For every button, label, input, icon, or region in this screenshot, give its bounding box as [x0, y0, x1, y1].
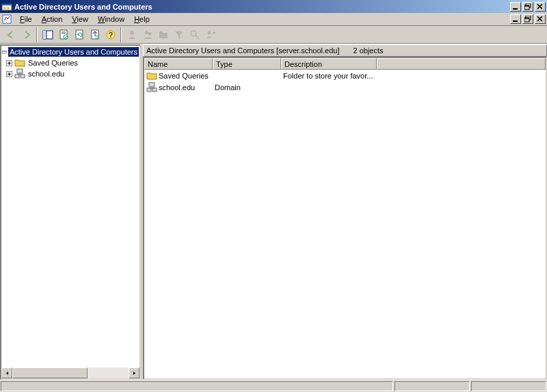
back-button[interactable] — [3, 27, 18, 42]
svg-point-25 — [130, 31, 134, 35]
expand-icon[interactable] — [6, 71, 12, 77]
folder-icon — [14, 57, 25, 68]
new-ou-button[interactable] — [155, 27, 171, 42]
filter-button[interactable] — [171, 27, 187, 42]
restore-button[interactable] — [522, 2, 533, 12]
svg-point-35 — [3, 52, 4, 53]
scroll-track[interactable] — [12, 367, 129, 378]
svg-rect-43 — [147, 88, 151, 92]
minimize-button[interactable] — [510, 2, 521, 12]
mmc-icon — [1, 14, 12, 25]
mdi-close-button[interactable] — [535, 14, 546, 24]
cell-type: Domain — [213, 83, 281, 92]
status-pane — [471, 381, 546, 391]
scroll-right-button[interactable] — [129, 367, 139, 378]
svg-point-26 — [144, 31, 148, 34]
svg-rect-39 — [21, 74, 25, 78]
close-button[interactable] — [535, 2, 546, 12]
mdi-restore-button[interactable] — [522, 14, 533, 24]
app-icon — [1, 1, 12, 12]
tree-root[interactable]: Active Directory Users and Computers — [2, 46, 139, 57]
title-bar: Active Directory Users and Computers — [0, 0, 547, 13]
new-group-button[interactable] — [139, 27, 155, 42]
help-button[interactable]: ? — [103, 27, 118, 42]
new-user-button[interactable] — [124, 27, 139, 42]
svg-point-27 — [148, 31, 151, 35]
svg-point-30 — [191, 31, 196, 36]
folder-icon — [146, 70, 157, 81]
properties-button[interactable] — [55, 27, 71, 42]
column-name[interactable]: Name — [144, 58, 213, 70]
show-hide-tree-button[interactable] — [40, 27, 55, 42]
svg-rect-29 — [159, 31, 163, 33]
path-text: Active Directory Users and Computers [se… — [146, 46, 347, 55]
menu-action-label: ction — [46, 15, 62, 23]
status-bar — [0, 380, 547, 392]
scroll-left-button[interactable] — [1, 367, 12, 378]
svg-rect-28 — [159, 33, 168, 38]
tree-saved-queries[interactable]: Saved Queries — [2, 57, 139, 68]
list-view[interactable]: Name Type Description Saved Queries Fold… — [143, 57, 547, 380]
tree-horizontal-scrollbar[interactable] — [1, 367, 139, 378]
list-body: Saved Queries Folder to store your favor… — [144, 70, 546, 93]
svg-rect-8 — [3, 15, 11, 23]
svg-rect-38 — [15, 74, 19, 78]
svg-point-19 — [64, 35, 68, 39]
svg-rect-1 — [2, 4, 12, 5]
svg-rect-37 — [17, 69, 23, 73]
window-buttons — [509, 2, 546, 12]
refresh-button[interactable] — [71, 27, 87, 42]
description-bar: Active Directory Users and Computers [se… — [143, 44, 547, 57]
menu-help[interactable]: Help — [129, 14, 155, 25]
tree-node-label: school.edu — [27, 69, 66, 79]
svg-point-3 — [7, 7, 10, 10]
tree-pane: Active Directory Users and Computers Sav… — [0, 44, 141, 380]
find-button[interactable] — [187, 27, 202, 42]
tree-node-label: Saved Queries — [27, 58, 79, 68]
list-item[interactable]: Saved Queries Folder to store your favor… — [144, 70, 546, 81]
menu-action[interactable]: Action — [37, 14, 68, 25]
svg-rect-7 — [524, 5, 529, 7]
svg-point-36 — [4, 52, 5, 53]
expand-icon[interactable] — [6, 60, 12, 66]
toolbar: ? — [0, 26, 547, 44]
column-headers: Name Type Description — [144, 58, 546, 70]
svg-rect-34 — [2, 51, 6, 51]
menu-file-label: ile — [25, 15, 32, 23]
svg-line-31 — [196, 36, 199, 39]
title-text: Active Directory Users and Computers — [14, 3, 509, 11]
menu-view[interactable]: View — [67, 14, 93, 25]
svg-rect-12 — [524, 18, 529, 19]
main-area: Active Directory Users and Computers Sav… — [0, 44, 547, 380]
toolbar-separator — [120, 27, 122, 42]
export-button[interactable] — [87, 27, 103, 42]
add-to-group-button[interactable] — [202, 27, 218, 42]
details-pane: Active Directory Users and Computers [se… — [143, 44, 547, 380]
tree-root-label: Active Directory Users and Computers — [8, 47, 139, 57]
column-description[interactable]: Description — [281, 58, 377, 70]
toolbar-separator — [36, 27, 38, 42]
column-spacer — [377, 58, 546, 70]
menu-bar: File Action View Window Help — [0, 13, 547, 26]
domain-icon — [14, 68, 25, 79]
svg-point-2 — [3, 7, 6, 10]
status-pane — [1, 381, 393, 391]
svg-text:?: ? — [108, 31, 112, 39]
forward-button[interactable] — [18, 27, 34, 42]
svg-point-22 — [95, 35, 99, 39]
svg-point-32 — [207, 31, 211, 34]
tree-domain[interactable]: school.edu — [2, 68, 139, 79]
cell-name: Saved Queries — [159, 72, 209, 80]
column-type[interactable]: Type — [213, 58, 281, 70]
aduc-icon — [2, 46, 7, 57]
tree-view[interactable]: Active Directory Users and Computers Sav… — [1, 46, 139, 367]
menu-view-label: iew — [77, 15, 88, 23]
cell-name: school.edu — [159, 83, 195, 92]
object-count: 2 objects — [353, 46, 383, 55]
menu-file[interactable]: File — [15, 14, 37, 25]
list-item[interactable]: school.edu Domain — [144, 81, 546, 93]
scroll-thumb[interactable] — [12, 367, 88, 378]
svg-rect-9 — [513, 20, 518, 22]
mdi-minimize-button[interactable] — [510, 14, 521, 24]
menu-window[interactable]: Window — [93, 14, 129, 25]
